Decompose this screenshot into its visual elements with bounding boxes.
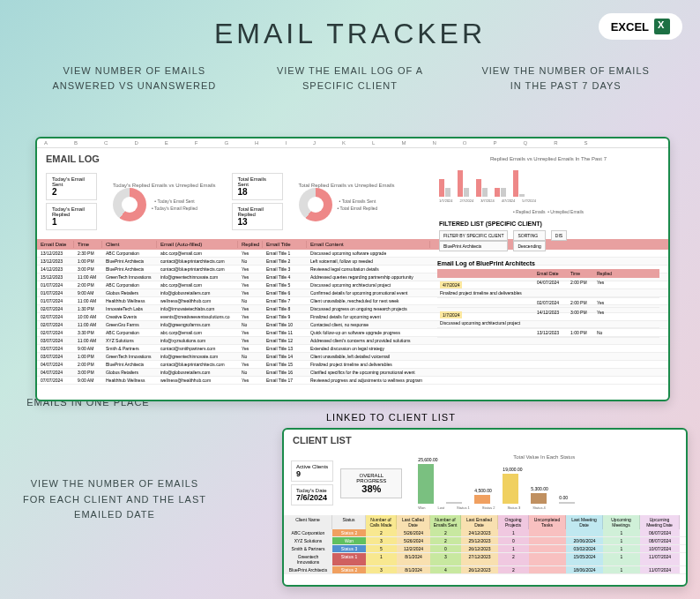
status-labels: WonLostStatus 1Status 2Status 3Status 4 <box>409 504 679 512</box>
filtered-title: FILTERED LIST (SPECIFIC CLIENT) <box>439 221 658 227</box>
excel-icon <box>654 19 670 34</box>
stat-today-date: Today's Date7/6/2024 <box>291 484 333 505</box>
donut-chart-total <box>299 188 332 221</box>
email-log-panel: ABCDEFGHIJKLMNOPQRS EMAIL LOG Today's Em… <box>35 137 670 401</box>
stat-today-replied: Today's Email Replied1 <box>46 203 97 230</box>
bar-legend: • Replied Emails • Unreplied Emails <box>434 208 663 215</box>
callout-client-log: VIEW THE EMAIL LOG OF A SPECIFIC CLIENT <box>262 64 438 93</box>
table-row[interactable]: 03/07/20241:00 PMGreenTech Innovationsin… <box>37 353 668 361</box>
mini-row: 02/07/20242:00 PMYes <box>437 298 659 308</box>
mini-row: 1/7/2024Discussed upcoming architectural… <box>437 308 659 328</box>
mini-log-title: Email Log of BluePrint Architects <box>437 260 659 266</box>
table-row[interactable]: 07/07/20249:00 AMHealthhub Wellnesswelln… <box>37 377 668 385</box>
client-row[interactable]: XYZ SolutionsWon35/26/2024225/12/2023020… <box>284 537 686 545</box>
table-row[interactable]: 04/07/20243:00 PMGlobus Retailersinfo@gl… <box>37 369 668 377</box>
callout-past7: VIEW THE NUMBER OF EMAILS IN THE PAST 7 … <box>478 64 654 93</box>
mini-row: 4/7/2024Finalized project timeline and d… <box>437 278 659 298</box>
client-list-title: CLIENT LIST <box>284 430 686 451</box>
mini-log-header: Email DateTimeReplied <box>437 269 659 278</box>
status-bar-chart: 25,600.00 4,500.00 19,000.00 5,300.00 0.… <box>409 460 679 504</box>
column-letters: ABCDEFGHIJKLMNOPQRS <box>37 139 668 148</box>
client-row[interactable]: Smith & PartnersStatus 3512/2/2024026/12… <box>284 545 686 553</box>
donut2-title: Total Replied Emails vs Unreplied Emails <box>299 183 395 188</box>
filter-client-label: FILTER BY SPECIFIC CLIENT <box>439 230 508 241</box>
stat-today-sent: Today's Email Sent2 <box>46 173 97 200</box>
callout-per-client: VIEW THE NUMBER OF EMAILS FOR EACH CLIEN… <box>18 476 212 523</box>
legend-total: • Total Emails Sent• Total Email Replied <box>338 198 378 212</box>
page-title: EMAIL TRACKER <box>0 18 700 50</box>
excel-badge: EXCEL <box>599 13 682 40</box>
callout-answered: VIEW NUMBER OF EMAILS ANSWERED VS UNANSW… <box>46 64 222 93</box>
callout-linked: LINKED TO CLIENT LIST <box>326 412 456 423</box>
stat-total-replied: Total Email Replied13 <box>232 203 283 230</box>
filter-dis: DIS <box>551 230 567 241</box>
filter-sort-label: SORTING <box>513 230 545 241</box>
filter-client-value[interactable]: BluePrint Architects <box>439 241 508 251</box>
filter-sort-value[interactable]: Descending <box>513 241 545 251</box>
bar-chart-past7 <box>434 161 663 197</box>
legend-today: • Today's Email Sent• Today's Email Repl… <box>152 198 197 212</box>
table-row[interactable]: 04/07/20242:00 PMBluePrint Architectscon… <box>37 361 668 369</box>
client-row[interactable]: ABC CorporationStatus 225/26/2024224/12/… <box>284 529 686 537</box>
bar-labels: 1/7/20242/7/20243/7/20244/7/20245/7/2024 <box>434 197 663 205</box>
table-row[interactable]: 03/07/20249:00 AMSmith & Partnerscontact… <box>37 345 668 353</box>
progress-box: OVERALL PROGRESS38% <box>340 468 402 498</box>
donut1-title: Today's Replied Emails vs Unreplied Emai… <box>113 183 216 188</box>
mini-row: 13/12/20231:00 PMNo <box>437 328 659 338</box>
client-row[interactable]: BluePrint ArchitectsStatus 238/1/2024426… <box>284 566 686 574</box>
client-row[interactable]: Greentech InnovationsStatus 118/1/202432… <box>284 553 686 566</box>
stat-active-clients: Active Clients9 <box>291 460 333 482</box>
client-list-panel: CLIENT LIST Active Clients9 Today's Date… <box>282 428 688 587</box>
stat-total-sent: Total Emails Sent18 <box>232 173 283 200</box>
client-table-header: Client NameStatusNumber of Calls MadeLas… <box>284 515 686 529</box>
donut-chart-today <box>113 188 146 221</box>
